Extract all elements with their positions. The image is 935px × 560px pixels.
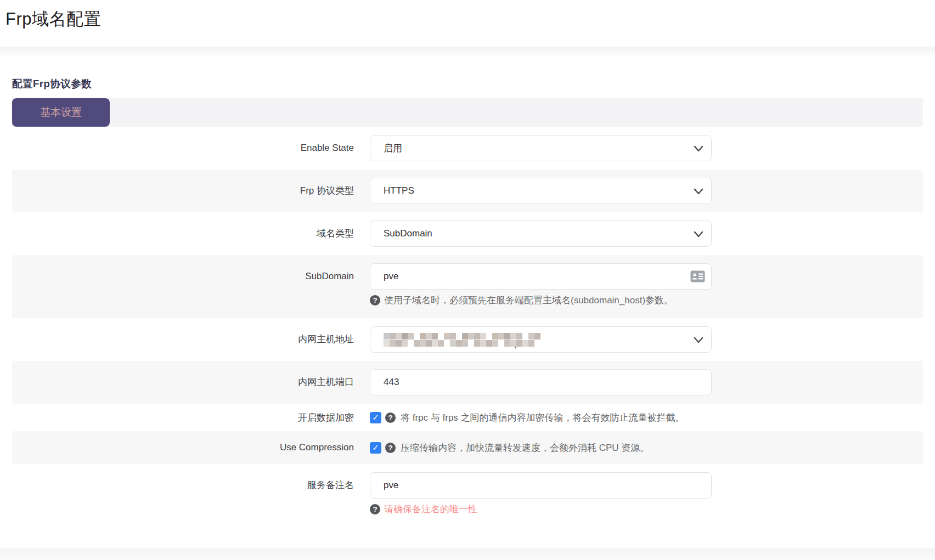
internal-host-select[interactable]: 、: [370, 326, 712, 353]
help-icon: ?: [385, 412, 396, 423]
tab-basic-settings-label: 基本设置: [40, 105, 82, 120]
mosaic-separator: 、: [514, 340, 522, 350]
enable-state-select[interactable]: 启用: [370, 135, 712, 161]
chevron-down-icon: [694, 336, 703, 344]
compression-checkbox[interactable]: ✓: [370, 442, 381, 454]
remark-label: 服务备注名: [12, 472, 354, 499]
row-domain-type: 域名类型 SubDomain: [12, 212, 923, 255]
row-remark: 服务备注名 ? 请确保备注名的唯一性: [12, 464, 923, 536]
domain-type-value: SubDomain: [384, 228, 432, 239]
encryption-help-text: 将 frpc 与 frps 之间的通信内容加密传输，将会有效防止流量被拦截。: [401, 411, 685, 424]
row-subdomain: SubDomain ? 使用子域名时，必须预先在服务端配置主域名(subdoma…: [12, 255, 923, 318]
encryption-label: 开启数据加密: [12, 411, 354, 424]
compression-label: Use Compression: [12, 442, 354, 453]
censored-value-mosaic: 、: [384, 333, 540, 347]
subdomain-help-text: 使用子域名时，必须预先在服务端配置主域名(subdomain_host)参数。: [384, 294, 673, 307]
enable-state-value: 启用: [384, 142, 402, 155]
remark-input[interactable]: [370, 472, 712, 499]
tab-bar: 基本设置: [12, 98, 923, 127]
protocol-type-value: HTTPS: [384, 185, 414, 196]
page-title: Frp域名配置: [5, 8, 930, 31]
help-icon: ?: [370, 504, 380, 514]
protocol-type-label: Frp 协议类型: [12, 178, 354, 204]
page-header: Frp域名配置: [0, 0, 935, 47]
header-divider: [0, 47, 935, 57]
chevron-down-icon: [694, 145, 703, 152]
help-icon: ?: [370, 295, 380, 306]
bottom-divider: [0, 548, 935, 560]
remark-help: ? 请确保备注名的唯一性: [370, 503, 712, 516]
enable-state-label: Enable State: [12, 135, 354, 161]
bottom-spacer: [0, 536, 935, 548]
frp-config-panel: 配置Frp协议参数 基本设置 Enable State 启用 Frp 协议类型 …: [0, 77, 935, 536]
domain-type-select[interactable]: SubDomain: [370, 220, 712, 247]
help-icon: ?: [385, 443, 396, 453]
subdomain-label: SubDomain: [12, 263, 354, 290]
contact-card-icon[interactable]: [690, 270, 705, 282]
domain-type-label: 域名类型: [12, 220, 354, 247]
internal-port-label: 内网主机端口: [12, 369, 354, 395]
row-internal-host: 内网主机地址 、: [12, 318, 923, 361]
chevron-down-icon: [694, 188, 703, 195]
row-enable-state: Enable State 启用: [12, 127, 923, 169]
protocol-type-select[interactable]: HTTPS: [370, 178, 712, 204]
remark-help-text: 请确保备注名的唯一性: [384, 503, 477, 516]
row-compression: Use Compression ✓ ? 压缩传输内容，加快流量转发速度，会额外消…: [12, 431, 923, 464]
row-protocol-type: Frp 协议类型 HTTPS: [12, 169, 923, 212]
internal-host-label: 内网主机地址: [12, 326, 354, 353]
row-internal-port: 内网主机端口: [12, 361, 923, 404]
subdomain-help: ? 使用子域名时，必须预先在服务端配置主域名(subdomain_host)参数…: [370, 294, 712, 307]
tab-basic-settings[interactable]: 基本设置: [12, 98, 110, 127]
row-encryption: 开启数据加密 ✓ ? 将 frpc 与 frps 之间的通信内容加密传输，将会有…: [12, 404, 923, 431]
internal-port-input[interactable]: [370, 369, 712, 395]
encryption-checkbox[interactable]: ✓: [370, 412, 381, 423]
chevron-down-icon: [694, 230, 703, 238]
compression-help-text: 压缩传输内容，加快流量转发速度，会额外消耗 CPU 资源。: [401, 442, 649, 454]
section-title: 配置Frp协议参数: [12, 77, 923, 90]
subdomain-input[interactable]: [370, 263, 712, 290]
